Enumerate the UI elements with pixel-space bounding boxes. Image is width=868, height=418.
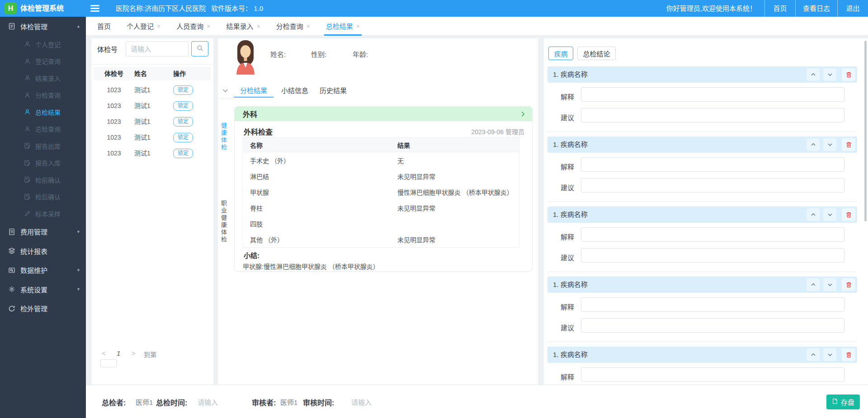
sidebar-item-1[interactable]: 体检管理▲ (0, 17, 86, 36)
move-up-button[interactable] (807, 138, 820, 151)
delete-button[interactable] (842, 68, 855, 81)
home-button[interactable]: 首页 (764, 0, 795, 17)
chevron-down-icon: ▼ (76, 287, 80, 291)
exam-time-input[interactable]: 请输入 (198, 397, 218, 407)
tab-4[interactable]: 结果录入× (226, 17, 260, 35)
move-up-button[interactable] (807, 208, 820, 221)
sidebar-item-8[interactable]: 报告出库 (0, 137, 86, 155)
tab-summary-info[interactable]: 小结信息 (281, 85, 308, 95)
disease-tab-button[interactable]: 疾病 (548, 47, 573, 60)
close-icon[interactable]: × (207, 23, 210, 30)
sidebar-item-13[interactable]: 费用管理▼ (0, 222, 86, 242)
sidebar-item-2[interactable]: 个人登记 (0, 36, 86, 53)
delete-button[interactable] (842, 278, 855, 291)
move-down-button[interactable] (823, 68, 836, 81)
sidebar-item-10[interactable]: 检前确认 (0, 171, 86, 188)
logout-button[interactable]: 退出 (837, 0, 868, 17)
sidebar-item-6[interactable]: 总检结果 (0, 103, 86, 121)
sidebar-item-15[interactable]: 数据维护▼ (0, 261, 86, 280)
exam-dept-banner[interactable]: 外科 (235, 107, 532, 121)
explain-input[interactable] (581, 87, 844, 102)
tab-6[interactable]: 总检结果× (326, 17, 360, 35)
explain-input[interactable] (581, 157, 844, 172)
page-current[interactable]: 1 (117, 349, 120, 357)
search-input[interactable] (126, 41, 189, 56)
save-button[interactable]: 存盘 (826, 395, 860, 409)
close-icon[interactable]: × (256, 23, 260, 30)
sidebar-item-4[interactable]: 结果录入 (0, 70, 86, 87)
move-down-button[interactable] (823, 348, 836, 361)
delete-button[interactable] (842, 348, 855, 361)
tab-history-result[interactable]: 历史结果 (320, 85, 347, 95)
vertical-tab-health-exam[interactable]: 健康体检 (219, 122, 228, 151)
advice-label: 建议 (561, 251, 579, 265)
sidebar-item-7[interactable]: 总检查询 (0, 121, 86, 138)
column-action: 操作 (173, 67, 186, 80)
move-up-button[interactable] (807, 68, 820, 81)
exam-item-name: 四肢 (243, 219, 397, 228)
collapse-chevron-icon[interactable] (222, 87, 228, 95)
patient-row[interactable]: 1023测试1锁定 (94, 146, 211, 161)
sidebar-item-16[interactable]: 系统设置▼ (0, 280, 86, 299)
sidebar-item-label: 体检管理 (20, 22, 47, 31)
lock-button[interactable]: 锁定 (173, 85, 193, 95)
lock-button[interactable]: 锁定 (173, 149, 193, 158)
sidebar-item-14[interactable]: 统计报表 (0, 241, 86, 261)
move-down-button[interactable] (823, 138, 836, 151)
advice-input[interactable] (581, 248, 844, 263)
close-icon[interactable]: × (356, 23, 360, 30)
auditor-value[interactable]: 医师1 (280, 397, 297, 407)
sidebar-item-12[interactable]: 标本采样 (0, 205, 86, 222)
exam-result-table: 名称 结果 手术史 （外）无淋巴结未见明显异常甲状腺慢性淋巴细胞甲状腺炎 （桥本… (242, 137, 519, 248)
sidebar-item-17[interactable]: 检外管理 (0, 299, 86, 319)
search-button[interactable] (191, 41, 208, 56)
scrollbar-thumb[interactable] (864, 41, 867, 221)
patient-row[interactable]: 1023测试1锁定 (94, 98, 211, 114)
patient-row[interactable]: 1023测试1锁定 (94, 114, 211, 130)
lock-button[interactable]: 锁定 (173, 101, 193, 111)
lock-button[interactable]: 锁定 (173, 117, 193, 127)
explain-input[interactable] (581, 227, 844, 242)
page-next-button[interactable]: > (132, 349, 136, 357)
advice-input[interactable] (581, 108, 844, 122)
patient-row[interactable]: 1023测试1锁定 (94, 130, 211, 146)
gender-label: 性别: (311, 49, 326, 59)
vertical-tab-occupational-exam[interactable]: 职业健康体检 (219, 200, 228, 244)
tab-2[interactable]: 个人登记× (127, 17, 160, 35)
patient-name: 测试1 (134, 82, 151, 98)
tab-5[interactable]: 分检查询× (276, 17, 310, 35)
patient-row[interactable]: 1023测试1锁定 (94, 82, 211, 98)
sidebar-item-11[interactable]: 检后确认 (0, 188, 86, 206)
search-icon (196, 44, 204, 54)
examiner-value[interactable]: 医师1 (136, 397, 153, 407)
explain-input[interactable] (581, 297, 844, 312)
tab-1[interactable]: 首页 (97, 17, 111, 35)
move-down-button[interactable] (823, 278, 836, 291)
user-icon (24, 92, 31, 99)
lock-button[interactable]: 锁定 (173, 133, 193, 142)
summary-label: 小结: (244, 250, 259, 260)
view-log-button[interactable]: 查看日志 (795, 0, 837, 17)
tab-3[interactable]: 人员查询× (176, 17, 210, 35)
move-down-button[interactable] (823, 208, 836, 221)
explain-input[interactable] (581, 367, 844, 382)
sidebar-item-9[interactable]: 报告入库 (0, 155, 86, 172)
delete-button[interactable] (842, 138, 855, 151)
delete-button[interactable] (842, 208, 855, 221)
close-icon[interactable]: × (157, 23, 160, 30)
patient-id: 1023 (100, 82, 127, 98)
page-jump-input[interactable] (100, 359, 117, 367)
move-up-button[interactable] (807, 348, 820, 361)
exam-item-name: 淋巴结 (243, 172, 397, 181)
sidebar-item-5[interactable]: 分检查询 (0, 87, 86, 104)
sidebar-item-3[interactable]: 登记查询 (0, 53, 86, 70)
close-icon[interactable]: × (307, 23, 310, 30)
conclusion-tab-button[interactable]: 总检结论 (577, 47, 616, 60)
audit-time-input[interactable]: 请输入 (351, 397, 372, 407)
menu-toggle-icon[interactable] (90, 5, 99, 12)
tab-subexam-result[interactable]: 分检结果 (240, 85, 267, 95)
advice-input[interactable] (581, 178, 844, 193)
advice-input[interactable] (581, 318, 844, 333)
move-up-button[interactable] (807, 278, 820, 291)
page-prev-button[interactable]: < (102, 349, 106, 357)
